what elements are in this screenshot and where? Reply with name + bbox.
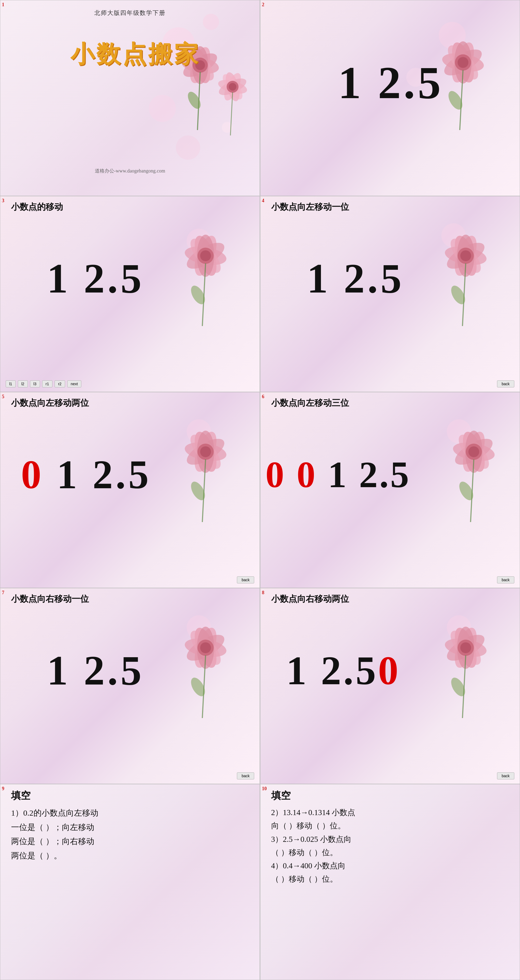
svg-point-29 [190,233,221,278]
svg-point-58 [458,429,489,474]
slide4-number: 1 2.5 [307,254,404,302]
svg-line-46 [463,263,466,326]
slide-number-1: 1 [2,2,4,8]
slide9-line4: 两位是（ ）。 [11,849,254,863]
svg-point-48 [190,429,221,474]
slide4-title: 小数点向左移动一位 [271,201,349,213]
svg-point-27 [445,89,465,112]
slide6-number: 0 0 1 2.5 [266,453,411,496]
svg-point-83 [457,627,474,669]
svg-point-19 [448,40,478,85]
svg-point-14 [219,71,246,102]
svg-line-36 [202,263,206,326]
slide-2: 2 1 2.5 [260,0,520,196]
svg-point-25 [458,57,468,68]
svg-point-54 [197,444,214,460]
svg-line-8 [197,72,200,130]
svg-point-45 [460,250,471,261]
svg-point-30 [183,238,228,274]
svg-point-62 [453,430,494,474]
svg-point-71 [184,636,228,660]
svg-point-22 [443,41,483,84]
svg-point-75 [200,642,211,653]
svg-point-32 [185,234,225,278]
slide6-zero1: 0 [266,453,286,495]
slide-1: 1 [0,0,260,196]
slide7-number: 1 2.5 [47,646,144,695]
svg-point-60 [451,434,496,469]
slide9-line2: 一位是（ ）；向左移动 [11,820,254,835]
btn-l1[interactable]: l1 [6,380,16,387]
slide-number-7: 7 [2,590,4,595]
svg-point-53 [197,431,214,473]
svg-point-16 [229,83,236,91]
svg-point-65 [468,446,479,457]
svg-line-66 [471,459,474,522]
svg-point-77 [188,675,208,698]
svg-point-50 [183,434,228,469]
svg-point-59 [458,429,489,474]
slide-8: 8 小数点向右移动两位 1 2.50 back [260,588,520,784]
svg-point-78 [450,625,481,670]
svg-point-51 [184,439,228,464]
slide6-rest: 1 2.5 [328,453,411,495]
svg-point-87 [448,675,468,698]
slide7-back-button[interactable]: back [237,772,254,780]
slide10-line1: 2）13.14→0.1314 小数点 [271,806,514,819]
svg-point-31 [184,243,228,268]
svg-point-72 [185,626,225,670]
svg-point-52 [185,430,225,474]
btn-next[interactable]: next [67,380,81,387]
slide-number-8: 8 [262,590,265,595]
slide-9: 9 填空 1）0.2的小数点向左移动 一位是（ ）；向左移动 两位是（ ）；向右… [0,784,260,980]
btn-r1[interactable]: r1 [42,380,52,387]
svg-point-69 [190,625,221,670]
slide-number-4: 4 [262,198,265,204]
slide2-number: 1 2.5 [338,57,444,109]
svg-point-10 [223,71,242,103]
slide5-number: 0 1 2.5 [21,451,152,498]
slide-3: 3 小数点的移动 1 2.5 l1 l2 l3 r1 r2 next [0,196,260,392]
slide3-number: 1 2.5 [47,254,144,302]
svg-point-24 [455,54,471,70]
slide5-back-button[interactable]: back [237,576,254,584]
slide4-back-button[interactable]: back [497,380,514,387]
svg-point-61 [451,439,496,464]
slide8-number: 1 2.50 [286,647,401,694]
slide10-line2: 向（ ）移动（ ）位。 [271,819,514,832]
svg-point-63 [465,431,482,473]
slide8-zero: 0 [378,648,401,693]
slide7-title: 小数点向右移动一位 [11,593,89,605]
svg-point-64 [466,444,482,460]
btn-l2[interactable]: l2 [18,380,28,387]
slide6-back-button[interactable]: back [497,576,514,584]
btn-l3[interactable]: l3 [30,380,40,387]
svg-point-47 [448,283,468,307]
slide-10: 10 填空 2）13.14→0.1314 小数点 向（ ）移动（ ）位。 3）2… [260,784,520,980]
slide5-zero: 0 [21,452,44,497]
btn-r2[interactable]: r2 [55,380,65,387]
svg-point-12 [217,75,249,99]
slide10-title: 填空 [271,789,291,802]
slide5-rest: 1 2.5 [57,452,151,497]
slide8-back-button[interactable]: back [497,772,514,780]
slide-number-9: 9 [2,786,4,792]
slide8-title: 小数点向右移动两位 [271,593,349,605]
slide6-zero2: 0 [296,453,317,495]
svg-point-42 [445,234,486,278]
svg-line-86 [463,655,466,718]
svg-point-21 [441,50,485,75]
svg-line-76 [202,655,206,718]
svg-point-41 [443,243,488,268]
svg-point-57 [188,479,208,503]
svg-point-67 [456,479,476,503]
slide1-website: 道格办公-www.daogebangong.com [0,168,260,174]
svg-line-56 [202,459,206,522]
slide1-title: 小数点搬家 [11,38,260,70]
svg-point-79 [450,625,481,670]
slide-number-3: 3 [2,198,4,204]
slide5-title: 小数点向左移动两位 [11,397,89,409]
slide10-line5: 4）0.4→400 小数点向 [271,859,514,872]
slide-6: 6 小数点向左移动三位 0 0 1 2.5 back [260,392,520,588]
svg-point-33 [197,235,214,277]
